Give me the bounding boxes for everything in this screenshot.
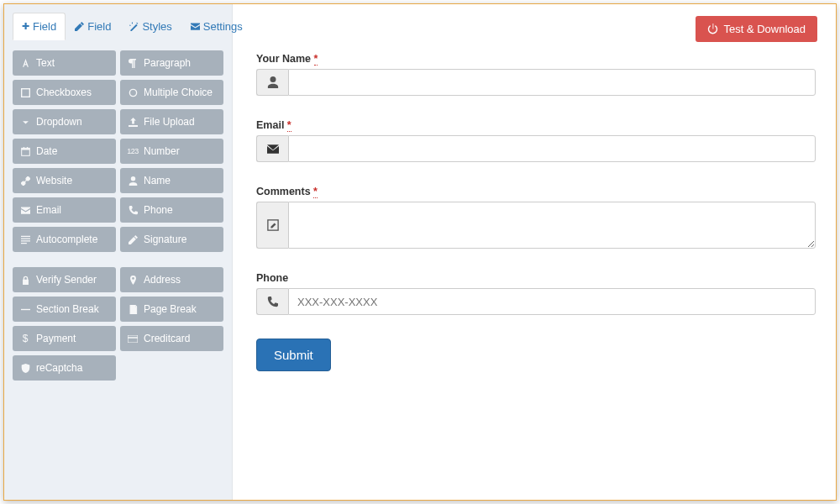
field-btn-recaptcha[interactable]: reCaptcha <box>13 355 116 381</box>
field-button-label: Text <box>36 57 55 69</box>
link-icon <box>20 176 30 186</box>
phone-icon <box>256 288 288 315</box>
power-icon <box>707 24 718 34</box>
field-btn-address[interactable]: Address <box>120 267 223 292</box>
edit-icon <box>256 202 288 249</box>
minus-icon <box>20 305 30 314</box>
form-field-your-name: Your Name * <box>256 53 816 96</box>
field-btn-payment[interactable]: $Payment <box>13 326 116 351</box>
field-btn-verify-sender[interactable]: Verify Sender <box>13 267 116 292</box>
field-btn-checkboxes[interactable]: Checkboxes <box>13 80 116 105</box>
form-preview: Your Name *Email *Comments *Phone Submit <box>256 16 816 371</box>
field-btn-date[interactable]: Date <box>13 139 116 164</box>
field-label: Phone <box>256 272 816 284</box>
field-button-label: Phone <box>144 204 173 216</box>
sig-icon <box>128 235 138 244</box>
list-icon <box>20 235 30 244</box>
para-icon <box>128 59 138 68</box>
svg-rect-4 <box>128 335 138 343</box>
submit-button[interactable]: Submit <box>256 339 331 371</box>
field-button-label: Number <box>144 145 180 157</box>
tab-label: Field <box>87 20 111 33</box>
lock-icon <box>20 276 30 285</box>
your-name-input[interactable] <box>288 69 816 96</box>
field-btn-file-upload[interactable]: File Upload <box>120 109 223 134</box>
caret-icon <box>20 118 30 127</box>
phone-icon <box>128 206 138 215</box>
field-palette-1: TextParagraphCheckboxesMultiple ChoiceDr… <box>13 50 223 252</box>
phone-input[interactable] <box>288 288 816 315</box>
tab-add-field[interactable]: ✚ Field <box>13 13 66 40</box>
field-button-label: Multiple Choice <box>144 87 213 98</box>
circle-icon <box>128 88 138 97</box>
field-btn-name[interactable]: Name <box>120 168 223 193</box>
field-button-label: Date <box>36 145 57 157</box>
field-btn-text[interactable]: Text <box>13 50 116 76</box>
field-btn-website[interactable]: Website <box>13 168 116 193</box>
field-button-label: Email <box>36 204 61 216</box>
envelope-icon <box>20 207 30 214</box>
field-label: Comments * <box>256 186 816 197</box>
svg-point-1 <box>129 89 136 96</box>
wand-icon <box>129 22 139 31</box>
field-btn-multiple-choice[interactable]: Multiple Choice <box>120 80 223 105</box>
field-btn-autocomplete[interactable]: Autocomplete <box>13 227 116 252</box>
field-button-label: Name <box>144 175 171 186</box>
field-button-label: Dropdown <box>36 116 82 128</box>
input-group <box>256 202 816 249</box>
field-button-label: Section Break <box>36 303 99 315</box>
tab-label: Field <box>33 20 56 33</box>
input-group <box>256 135 816 162</box>
user-icon <box>128 176 138 186</box>
input-group <box>256 288 816 315</box>
form-field-comments: Comments * <box>256 186 816 249</box>
form-canvas: Test & Download Your Name *Email *Commen… <box>233 4 836 500</box>
field-btn-dropdown[interactable]: Dropdown <box>13 109 116 134</box>
field-btn-creditcard[interactable]: Creditcard <box>120 326 223 351</box>
mail-icon <box>256 135 288 162</box>
test-download-button[interactable]: Test & Download <box>696 16 817 42</box>
form-field-phone: Phone <box>256 272 816 315</box>
field-button-label: Verify Sender <box>36 274 97 286</box>
field-button-label: Website <box>36 175 72 186</box>
field-button-label: reCaptcha <box>36 362 82 374</box>
field-button-label: Address <box>144 274 181 286</box>
comments-input[interactable] <box>288 202 816 249</box>
field-btn-phone[interactable]: Phone <box>120 197 223 223</box>
card-icon <box>128 335 138 343</box>
tab-styles[interactable]: Styles <box>120 13 181 40</box>
envelope-icon <box>191 23 200 30</box>
upload-icon <box>128 118 138 127</box>
field-button-label: Creditcard <box>144 333 190 344</box>
plus-icon: ✚ <box>22 21 29 32</box>
field-button-label: Autocomplete <box>36 234 97 245</box>
field-button-label: Checkboxes <box>36 87 92 98</box>
test-download-label: Test & Download <box>723 23 806 35</box>
field-button-label: Page Break <box>144 303 197 315</box>
num-icon: 123 <box>128 147 138 155</box>
field-btn-signature[interactable]: Signature <box>120 227 223 252</box>
user-icon <box>256 69 288 96</box>
required-mark: * <box>287 119 291 132</box>
shield-icon <box>20 364 30 373</box>
sidebar-tabs: ✚ Field Field Styles <box>13 13 223 40</box>
cal-icon <box>20 147 30 156</box>
field-button-label: Signature <box>144 234 186 245</box>
field-btn-page-break[interactable]: Page Break <box>120 297 223 322</box>
email-input[interactable] <box>288 135 816 162</box>
svg-rect-0 <box>21 88 29 97</box>
input-group <box>256 69 816 96</box>
field-btn-number[interactable]: 123Number <box>120 139 223 164</box>
field-label: Email * <box>256 119 816 131</box>
required-mark: * <box>314 53 318 66</box>
sidebar: ✚ Field Field Styles <box>4 4 233 500</box>
page-icon <box>128 305 138 314</box>
field-btn-email[interactable]: Email <box>13 197 116 223</box>
form-field-email: Email * <box>256 119 816 162</box>
dollar-icon: $ <box>20 333 30 344</box>
field-button-label: File Upload <box>144 116 195 128</box>
field-palette-2: Verify SenderAddressSection BreakPage Br… <box>13 267 223 381</box>
field-btn-paragraph[interactable]: Paragraph <box>120 50 223 76</box>
tab-edit-field[interactable]: Field <box>66 13 120 40</box>
field-btn-section-break[interactable]: Section Break <box>13 297 116 322</box>
